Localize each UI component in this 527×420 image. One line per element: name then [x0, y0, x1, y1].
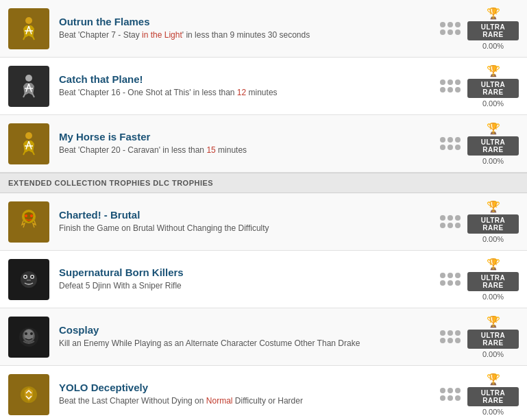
- rarity-label-brutal: ULTRA RARE: [467, 214, 519, 234]
- dot: [440, 280, 445, 286]
- trophy-content-yolo: YOLO Deceptively Beat the Last Chapter W…: [59, 382, 440, 407]
- dot: [455, 22, 461, 27]
- rarity-percent-outrun: 0.00%: [482, 42, 504, 50]
- trophy-desc-killers: Defeat 5 Djinn With a Sniper Rifle: [59, 280, 440, 292]
- trophy-right-cosplay: 🏆 ULTRA RARE 0.00%: [440, 315, 519, 358]
- rarity-percent-brutal: 0.00%: [482, 235, 504, 243]
- trophy-title-outrun: Outrun the Flames: [59, 16, 440, 27]
- trophy-item-catch: Catch that Plane! Beat 'Chapter 16 - One…: [0, 58, 527, 115]
- svg-point-7: [21, 271, 37, 288]
- trophy-title-yolo: YOLO Deceptively: [59, 382, 440, 393]
- rarity-badge-catch: 🏆 ULTRA RARE 0.00%: [467, 64, 519, 108]
- trophy-title-cosplay: Cosplay: [59, 324, 440, 336]
- svg-point-11: [32, 275, 34, 277]
- svg-point-0: [25, 17, 32, 24]
- rarity-badge-outrun: 🏆 ULTRA RARE 0.00%: [467, 7, 519, 50]
- trophy-right-killers: 🏆 ULTRA RARE 0.00%: [440, 258, 519, 301]
- dots-grid-catch: [440, 79, 461, 92]
- trophy-title-killers: Supernatural Born Killers: [59, 267, 440, 278]
- trophy-right-brutal: 🏆 ULTRA RARE 0.00%: [440, 200, 519, 243]
- trophy-right-yolo: 🏆 ULTRA RARE 0.00%: [440, 373, 519, 416]
- rarity-percent-cosplay: 0.00%: [482, 350, 504, 358]
- trophy-content-catch: Catch that Plane! Beat 'Chapter 16 - One…: [59, 73, 440, 99]
- svg-point-15: [25, 332, 27, 335]
- dot: [440, 388, 445, 393]
- dot: [455, 330, 461, 336]
- dot: [440, 338, 445, 343]
- trophy-item-yolo: YOLO Deceptively Beat the Last Chapter W…: [0, 366, 527, 420]
- trophy-icon-outrun: [8, 8, 49, 49]
- trophy-icon-brutal: [8, 201, 49, 243]
- trophy-icon-cosplay: [8, 317, 49, 358]
- dots-grid-yolo: [440, 388, 461, 401]
- dot: [455, 395, 461, 401]
- svg-point-4: [25, 214, 27, 217]
- trophy-title-horse: My Horse is Faster: [59, 131, 440, 143]
- trophy-cup-bronze: 🏆: [487, 122, 500, 135]
- trophy-desc-horse: Beat 'Chapter 20 - Caravan' in less than…: [59, 145, 440, 156]
- trophy-cup-silver: 🏆: [487, 64, 500, 77]
- dot: [455, 29, 461, 35]
- dot: [455, 273, 461, 278]
- dot: [455, 79, 461, 85]
- rarity-percent-horse: 0.00%: [482, 157, 504, 165]
- dot: [448, 29, 453, 35]
- dot: [448, 145, 453, 150]
- dot: [440, 29, 445, 35]
- dots-grid-killers: [440, 273, 461, 286]
- rarity-badge-killers: 🏆 ULTRA RARE 0.00%: [467, 258, 519, 301]
- trophy-item-cosplay: Cosplay Kill an Enemy While Playing as a…: [0, 308, 527, 366]
- dot: [448, 79, 453, 85]
- trophy-right-horse: 🏆 ULTRA RARE 0.00%: [440, 122, 519, 165]
- trophy-desc-brutal: Finish the Game on Brutal Without Changi…: [59, 223, 440, 234]
- dot: [440, 273, 445, 278]
- dot: [455, 215, 461, 221]
- rarity-label-killers: ULTRA RARE: [467, 272, 519, 291]
- rarity-badge-brutal: 🏆 ULTRA RARE 0.00%: [467, 200, 519, 243]
- section2-trophies: Charted! - Brutal Finish the Game on Bru…: [0, 193, 527, 420]
- dot: [440, 145, 445, 150]
- trophy-item-outrun: Outrun the Flames Beat 'Chapter 7 - Stay…: [0, 0, 527, 58]
- dot: [440, 87, 445, 92]
- trophy-list: Outrun the Flames Beat 'Chapter 7 - Stay…: [0, 0, 527, 420]
- svg-point-5: [30, 214, 33, 217]
- dot: [440, 22, 445, 27]
- rarity-label-yolo: ULTRA RARE: [467, 387, 519, 406]
- trophy-content-outrun: Outrun the Flames Beat 'Chapter 7 - Stay…: [59, 16, 440, 41]
- dot: [448, 22, 453, 27]
- trophy-item-horse: My Horse is Faster Beat 'Chapter 20 - Ca…: [0, 115, 527, 173]
- trophy-desc-yolo: Beat the Last Chapter Without Dying on N…: [59, 395, 440, 407]
- dot: [448, 388, 453, 393]
- dots-grid-outrun: [440, 22, 461, 35]
- dot: [440, 137, 445, 143]
- svg-point-16: [30, 332, 33, 335]
- trophy-item-brutal: Charted! - Brutal Finish the Game on Bru…: [0, 193, 527, 251]
- trophy-content-cosplay: Cosplay Kill an Enemy While Playing as a…: [59, 324, 440, 349]
- svg-point-2: [25, 132, 32, 139]
- dot: [448, 137, 453, 143]
- trophy-icon-catch: [8, 66, 49, 107]
- trophy-desc-catch: Beat 'Chapter 16 - One Shot at This' in …: [59, 87, 440, 99]
- dot: [448, 87, 453, 92]
- trophy-right-outrun: 🏆 ULTRA RARE 0.00%: [440, 7, 519, 50]
- trophy-content-killers: Supernatural Born Killers Defeat 5 Djinn…: [59, 267, 440, 292]
- section1-trophies: Outrun the Flames Beat 'Chapter 7 - Stay…: [0, 0, 527, 173]
- dot: [448, 338, 453, 343]
- rarity-label-outrun: ULTRA RARE: [467, 21, 519, 40]
- trophy-cup-bronze: 🏆: [487, 315, 500, 328]
- dot: [455, 145, 461, 150]
- dot: [440, 79, 445, 85]
- rarity-label-horse: ULTRA RARE: [467, 136, 519, 156]
- dot: [455, 223, 461, 228]
- dot: [455, 280, 461, 286]
- trophy-cup-bronze: 🏆: [487, 373, 500, 386]
- trophy-content-horse: My Horse is Faster Beat 'Chapter 20 - Ca…: [59, 131, 440, 156]
- dot: [448, 223, 453, 228]
- rarity-badge-yolo: 🏆 ULTRA RARE 0.00%: [467, 373, 519, 416]
- dot: [448, 280, 453, 286]
- svg-point-10: [25, 275, 27, 277]
- rarity-badge-horse: 🏆 ULTRA RARE 0.00%: [467, 122, 519, 165]
- trophy-cup-gold: 🏆: [487, 200, 500, 213]
- dot: [455, 87, 461, 92]
- dot: [448, 330, 453, 336]
